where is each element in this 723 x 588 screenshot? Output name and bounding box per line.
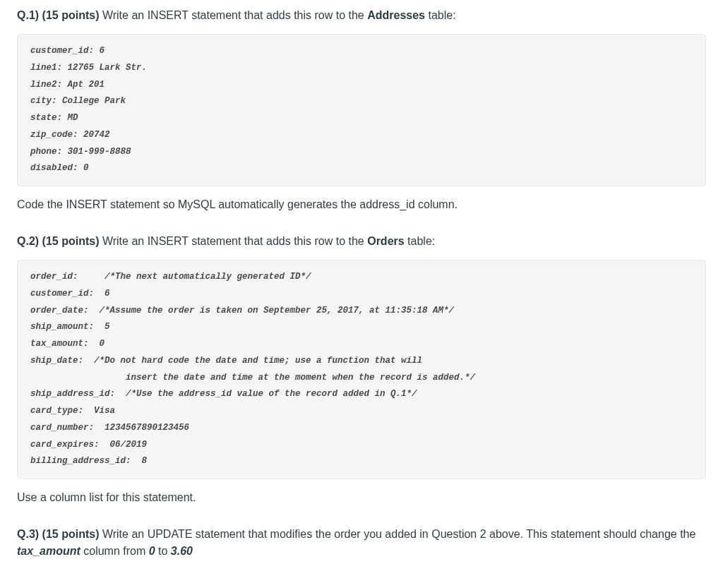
- q2-prompt-a: Write an INSERT statement that adds this…: [99, 235, 367, 247]
- q3-prompt: Q.3) (15 points) Write an UPDATE stateme…: [17, 526, 706, 560]
- question-2: Q.2) (15 points) Write an INSERT stateme…: [17, 233, 706, 506]
- q2-label: Q.2) (15 points): [17, 235, 99, 247]
- q1-code-block: customer_id: 6 line1: 12765 Lark Str. li…: [17, 34, 706, 186]
- q3-to: 3.60: [171, 545, 193, 557]
- q2-prompt-b: table:: [405, 235, 436, 247]
- q1-label: Q.1) (15 points): [17, 9, 99, 21]
- q1-prompt-a: Write an INSERT statement that adds this…: [99, 9, 367, 21]
- q2-note: Use a column list for this statement.: [17, 489, 706, 506]
- q3-label: Q.3) (15 points): [17, 528, 99, 540]
- q3-prompt-b: column from: [80, 545, 149, 557]
- question-3: Q.3) (15 points) Write an UPDATE stateme…: [17, 526, 706, 560]
- q2-code-block: order_id: /*The next automatically gener…: [17, 260, 706, 479]
- q1-prompt-b: table:: [425, 9, 456, 21]
- q1-prompt: Q.1) (15 points) Write an INSERT stateme…: [17, 7, 706, 24]
- q1-table: Addresses: [367, 9, 425, 21]
- q2-table: Orders: [367, 235, 404, 247]
- q3-from: 0: [149, 545, 155, 557]
- q3-prompt-a: Write an UPDATE statement that modifies …: [99, 528, 695, 540]
- question-1: Q.1) (15 points) Write an INSERT stateme…: [17, 7, 706, 213]
- q3-column: tax_amount: [17, 545, 80, 557]
- q3-prompt-c: to: [155, 545, 171, 557]
- q1-note: Code the INSERT statement so MySQL autom…: [17, 196, 706, 213]
- q2-prompt: Q.2) (15 points) Write an INSERT stateme…: [17, 233, 706, 250]
